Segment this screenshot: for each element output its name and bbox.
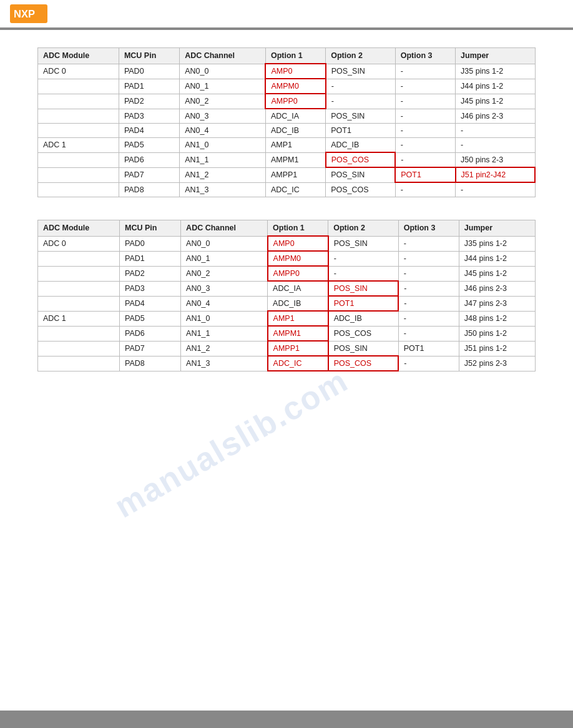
table-cell: AN1_0 xyxy=(180,138,266,153)
table-cell: POS_SIN xyxy=(328,236,399,251)
table-cell: AN0_1 xyxy=(180,79,266,94)
table-cell: AN1_0 xyxy=(181,311,268,326)
table-row: PAD8AN1_3ADC_ICPOS_COS-- xyxy=(38,182,536,197)
table-cell: - xyxy=(328,266,399,281)
table1-col-channel: ADC Channel xyxy=(180,48,266,64)
table2-col-channel: ADC Channel xyxy=(181,220,268,237)
table-cell: ADC 0 xyxy=(38,236,120,251)
table-cell: AMPM0 xyxy=(268,251,328,266)
table-cell: ADC_IC xyxy=(265,182,325,197)
table-cell: J45 pins 1-2 xyxy=(459,266,535,281)
table-cell: POS_COS xyxy=(328,356,399,371)
table-cell: J50 pins 1-2 xyxy=(459,326,535,341)
table-cell: ADC_IA xyxy=(268,281,328,296)
table-cell: PAD1 xyxy=(120,251,181,266)
table1-col-module: ADC Module xyxy=(38,48,119,64)
table-cell: PAD4 xyxy=(119,124,179,138)
table-cell: AMP0 xyxy=(268,236,328,251)
table-cell: PAD5 xyxy=(119,138,179,153)
table2-col-opt1: Option 1 xyxy=(268,220,328,237)
table-cell: PAD2 xyxy=(119,94,179,109)
table-cell: - xyxy=(328,251,399,266)
table-cell: - xyxy=(398,296,459,311)
table-cell: J51 pins 1-2 xyxy=(459,341,535,356)
table-cell: POS_COS xyxy=(328,326,399,341)
table-cell: - xyxy=(398,311,459,326)
table-cell: ADC_IA xyxy=(265,109,325,124)
table1-col-opt3: Option 3 xyxy=(395,48,455,64)
table-cell xyxy=(38,326,120,341)
table-cell: POS_COS xyxy=(326,152,396,167)
table-cell: J44 pins 1-2 xyxy=(459,251,535,266)
table-cell: PAD0 xyxy=(119,64,179,79)
main-content: ADC Module MCU Pin ADC Channel Option 1 … xyxy=(0,30,573,431)
table-cell: AMP0 xyxy=(265,64,325,79)
table-cell: PAD1 xyxy=(119,79,179,94)
table-cell: AN0_3 xyxy=(181,281,268,296)
table-cell: AN0_0 xyxy=(181,236,268,251)
table1-col-opt2: Option 2 xyxy=(326,48,396,64)
table-cell: - xyxy=(395,182,455,197)
table-cell: J48 pins 1-2 xyxy=(459,311,535,326)
table-cell: AN1_2 xyxy=(181,341,268,356)
table-cell xyxy=(38,94,119,109)
table1-container: ADC Module MCU Pin ADC Channel Option 1 … xyxy=(37,47,536,197)
table-cell: - xyxy=(395,152,455,167)
table-cell: POT1 xyxy=(395,167,455,182)
table-row: PAD2AN0_2AMPP0--J45 pins 1-2 xyxy=(38,94,536,109)
table-cell: PAD6 xyxy=(120,326,181,341)
table-cell: AN0_1 xyxy=(181,251,268,266)
table-cell xyxy=(38,266,120,281)
table-cell: J45 pins 1-2 xyxy=(456,94,535,109)
table-cell: PAD3 xyxy=(119,109,179,124)
table-cell xyxy=(38,296,120,311)
table-cell: ADC 1 xyxy=(38,138,119,153)
table-cell: - xyxy=(395,79,455,94)
table-cell: PAD2 xyxy=(120,266,181,281)
table-row: PAD2AN0_2AMPP0--J45 pins 1-2 xyxy=(38,266,536,281)
table-cell: AMPP1 xyxy=(265,167,325,182)
table2: ADC Module MCU Pin ADC Channel Option 1 … xyxy=(37,220,536,371)
table-cell: POS_SIN xyxy=(326,167,396,182)
table-cell xyxy=(38,341,120,356)
table-cell: AN0_2 xyxy=(181,266,268,281)
table-cell: AN1_1 xyxy=(181,326,268,341)
table1-col-mcupin: MCU Pin xyxy=(119,48,179,64)
table-cell: - xyxy=(326,94,396,109)
table-row: PAD3AN0_3ADC_IAPOS_SIN-J46 pins 2-3 xyxy=(38,281,536,296)
table-cell: POS_SIN xyxy=(326,64,396,79)
table-cell: - xyxy=(398,281,459,296)
table2-col-module: ADC Module xyxy=(38,220,120,237)
table-cell: POT1 xyxy=(398,341,459,356)
table-cell: - xyxy=(395,94,455,109)
table-cell: AN1_2 xyxy=(180,167,266,182)
table2-col-opt2: Option 2 xyxy=(328,220,399,237)
table-cell: J46 pins 2-3 xyxy=(459,281,535,296)
table-cell: AN0_0 xyxy=(180,64,266,79)
table-cell: AN1_1 xyxy=(180,152,266,167)
table-cell xyxy=(38,251,120,266)
table-cell: POT1 xyxy=(326,124,396,138)
table-cell xyxy=(38,79,119,94)
table-cell: AN1_3 xyxy=(180,182,266,197)
table2-col-opt3: Option 3 xyxy=(398,220,459,237)
table-cell: AMP1 xyxy=(265,138,325,153)
table-row: PAD4AN0_4ADC_IBPOT1-- xyxy=(38,124,536,138)
table-cell: - xyxy=(398,326,459,341)
table-cell: ADC_IC xyxy=(268,356,328,371)
table-row: ADC 0PAD0AN0_0AMP0POS_SIN-J35 pins 1-2 xyxy=(38,236,536,251)
table-cell: AN0_2 xyxy=(180,94,266,109)
table-cell: AN0_4 xyxy=(180,124,266,138)
table-row: ADC 1PAD5AN1_0AMP1ADC_IB-- xyxy=(38,138,536,153)
table-cell: ADC_IB xyxy=(265,124,325,138)
table-cell: - xyxy=(398,266,459,281)
table-row: PAD7AN1_2AMPP1POS_SINPOT1J51 pin2-J42 xyxy=(38,167,536,182)
table-cell xyxy=(38,356,120,371)
table-cell: J35 pins 1-2 xyxy=(456,64,535,79)
table-cell: POT1 xyxy=(328,296,399,311)
table-cell: POS_COS xyxy=(326,182,396,197)
table-cell: AMPM1 xyxy=(265,152,325,167)
table1-col-opt1: Option 1 xyxy=(265,48,325,64)
table-cell: PAD8 xyxy=(119,182,179,197)
table-cell: ADC_IB xyxy=(328,311,399,326)
